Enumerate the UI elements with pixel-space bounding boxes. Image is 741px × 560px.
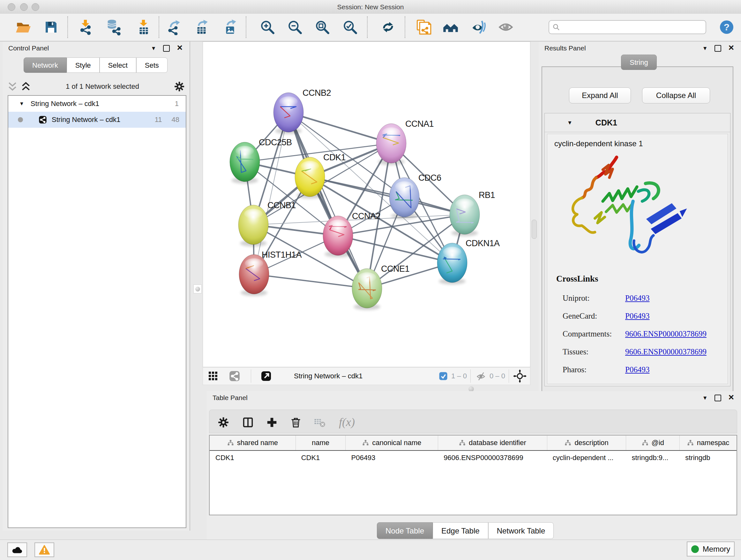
edge-HIST1H1A-CCNE1[interactable]	[254, 274, 367, 288]
table-cell[interactable]: stringdb	[679, 451, 737, 465]
network-collection-row[interactable]: ▼ String Network – cdk1 1	[8, 96, 186, 112]
tab-style[interactable]: Style	[67, 57, 99, 73]
node-CCNB2[interactable]: CCNB2	[273, 88, 331, 134]
open-in-new-button[interactable]	[260, 368, 273, 385]
tab-string[interactable]: String	[621, 55, 657, 70]
crosslink-tissues-link[interactable]: 9606.ENSP00000378699	[625, 348, 706, 356]
node-CCNA2[interactable]: CCNA2	[323, 211, 381, 257]
tab-network[interactable]: Network	[23, 57, 67, 73]
tab-select[interactable]: Select	[99, 57, 136, 73]
tab-node-table[interactable]: Node Table	[377, 522, 433, 539]
tab-network-table[interactable]: Network Table	[488, 522, 554, 539]
search-input[interactable]	[562, 23, 702, 31]
float-panel-icon[interactable]	[163, 45, 170, 52]
crosslink-pharos-link[interactable]: P06493	[625, 365, 650, 374]
cloud-button[interactable]	[7, 543, 27, 557]
string-import-button[interactable]	[414, 18, 432, 36]
crosslink-genecard-link[interactable]: P06493	[625, 312, 650, 320]
tab-sets[interactable]: Sets	[136, 57, 167, 73]
export-table-button[interactable]	[193, 18, 211, 36]
open-session-button[interactable]	[14, 18, 32, 36]
hide-selected-button[interactable]	[470, 18, 488, 36]
table-settings-button[interactable]	[215, 414, 232, 431]
show-columns-button[interactable]	[240, 414, 256, 431]
column-header-canonicalname[interactable]: canonical name	[345, 435, 438, 450]
show-all-button[interactable]	[497, 18, 515, 36]
share-view-button[interactable]	[228, 368, 241, 385]
column-label: namespac	[697, 439, 730, 447]
table-cell[interactable]: CDK1	[295, 451, 346, 465]
help-button[interactable]: ?	[718, 18, 736, 36]
gene-section-header[interactable]: ▼ CDK1	[545, 113, 730, 132]
collapse-panel-icon[interactable]: ▼	[702, 46, 708, 51]
warning-button[interactable]	[35, 543, 54, 557]
network-row[interactable]: String Network – cdk1 11 48	[8, 112, 186, 128]
node-HIST1H1A[interactable]: HIST1H1A	[239, 250, 302, 296]
birdseye-button[interactable]	[513, 368, 527, 385]
zoom-fit-button[interactable]	[313, 18, 331, 36]
table-row[interactable]: CDK1CDK1P064939606.ENSP00000378699cyclin…	[210, 451, 737, 465]
checkbox-icon[interactable]	[439, 371, 448, 381]
crosslink-uniprot-link[interactable]: P06493	[625, 294, 650, 303]
node-CCNE1[interactable]: CCNE1	[352, 264, 409, 310]
collapse-all-icon[interactable]	[7, 81, 18, 92]
search-field[interactable]	[549, 20, 706, 34]
tab-edge-table[interactable]: Edge Table	[433, 522, 488, 539]
close-panel-icon[interactable]: ×	[177, 43, 183, 52]
edge-CCNB2-CCNE1[interactable]	[288, 112, 367, 288]
gear-icon[interactable]	[174, 81, 185, 92]
expand-all-icon[interactable]	[20, 81, 31, 92]
close-panel-icon[interactable]: ×	[728, 43, 734, 52]
float-panel-icon[interactable]	[715, 45, 721, 52]
close-panel-icon[interactable]: ×	[728, 392, 734, 402]
import-network-button[interactable]	[77, 18, 94, 36]
edge-CDK1-RB1[interactable]	[310, 177, 465, 214]
import-database-button[interactable]	[105, 18, 123, 36]
network-canvas[interactable]: CCNB2CCNA1CDC25BCDK1CDC6RB1CCNB1CCNA2CDK…	[203, 42, 530, 367]
clear-table-button[interactable]	[312, 414, 328, 431]
table-cell[interactable]: CDK1	[210, 451, 295, 465]
node-CCNB1[interactable]: CCNB1	[239, 200, 296, 246]
crosslink-compartments-link[interactable]: 9606.ENSP00000378699	[625, 329, 706, 338]
node-RB1[interactable]: RB1	[450, 190, 495, 236]
zoom-selected-button[interactable]	[341, 18, 359, 36]
table-cell[interactable]: cyclin-dependent ...	[547, 451, 626, 465]
node-CDC25B[interactable]: CDC25B	[230, 138, 292, 184]
function-builder-button[interactable]: f(x)	[336, 414, 362, 431]
memory-button[interactable]: Memory	[687, 542, 735, 557]
save-session-button[interactable]	[42, 18, 60, 36]
column-header-namespac[interactable]: namespac	[679, 435, 737, 450]
column-header-name[interactable]: name	[295, 435, 346, 450]
splitter-handle[interactable]	[193, 285, 202, 294]
expand-all-button[interactable]: Expand All	[569, 87, 631, 104]
zoom-out-button[interactable]	[286, 18, 304, 36]
float-panel-icon[interactable]	[715, 395, 721, 401]
splitter-handle[interactable]	[532, 220, 537, 239]
refresh-button[interactable]	[379, 18, 397, 36]
import-table-button[interactable]	[135, 18, 152, 36]
create-column-button[interactable]	[264, 414, 280, 431]
network-graph[interactable]: CCNB2CCNA1CDC25BCDK1CDC6RB1CCNB1CCNA2CDK…	[203, 42, 530, 367]
table-cell[interactable]: P06493	[345, 451, 438, 465]
column-header-sharedname[interactable]: shared name	[210, 435, 295, 450]
delete-column-button[interactable]	[287, 414, 304, 431]
edge-CCNB2-CCNA1[interactable]	[288, 112, 391, 143]
column-header-id[interactable]: @id	[626, 435, 679, 450]
column-header-databaseidentifier[interactable]: database identifier	[438, 435, 547, 450]
section-caret-icon[interactable]: ▼	[567, 120, 572, 125]
table-cell[interactable]: stringdb:9...	[626, 451, 679, 465]
collapse-panel-icon[interactable]: ▼	[151, 46, 156, 51]
node-table[interactable]: shared namenamecanonical namedatabase id…	[209, 435, 737, 515]
node-CDKN1A[interactable]: CDKN1A	[437, 239, 500, 285]
export-network-button[interactable]	[165, 18, 183, 36]
collapse-all-button[interactable]: Collapse All	[642, 87, 710, 104]
tree-caret-icon[interactable]: ▼	[19, 101, 24, 107]
first-neighbors-button[interactable]	[442, 18, 460, 36]
table-cell[interactable]: 9606.ENSP00000378699	[438, 451, 547, 465]
grid-view-button[interactable]	[208, 368, 218, 385]
export-image-button[interactable]	[221, 18, 239, 36]
node-CCNA1[interactable]: CCNA1	[376, 119, 434, 165]
zoom-in-button[interactable]	[259, 18, 276, 36]
collapse-panel-icon[interactable]: ▼	[702, 395, 708, 401]
column-header-description[interactable]: description	[547, 435, 626, 450]
